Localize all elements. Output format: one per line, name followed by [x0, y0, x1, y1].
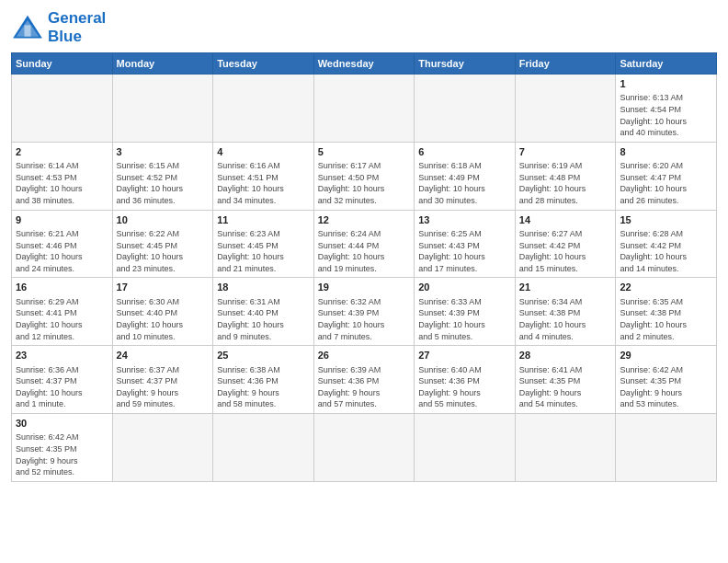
day-number: 17 — [117, 281, 210, 294]
calendar-cell — [313, 75, 415, 143]
day-number: 25 — [217, 349, 310, 362]
calendar-cell: 6Sunrise: 6:18 AM Sunset: 4:49 PM Daylig… — [415, 142, 516, 210]
day-info: Sunrise: 6:41 AM Sunset: 4:35 PM Dayligh… — [519, 364, 612, 410]
calendar-cell: 29Sunrise: 6:42 AM Sunset: 4:35 PM Dayli… — [616, 346, 717, 414]
weekday-header-sunday: Sunday — [12, 53, 113, 75]
day-info: Sunrise: 6:33 AM Sunset: 4:39 PM Dayligh… — [418, 296, 511, 342]
calendar-cell: 27Sunrise: 6:40 AM Sunset: 4:36 PM Dayli… — [415, 346, 516, 414]
day-number: 2 — [16, 145, 108, 159]
day-number: 4 — [217, 145, 310, 159]
day-number: 23 — [16, 349, 108, 362]
calendar-cell — [415, 75, 516, 143]
calendar-cell: 22Sunrise: 6:35 AM Sunset: 4:38 PM Dayli… — [616, 278, 717, 346]
day-info: Sunrise: 6:25 AM Sunset: 4:43 PM Dayligh… — [418, 228, 511, 274]
day-info: Sunrise: 6:17 AM Sunset: 4:50 PM Dayligh… — [318, 160, 411, 206]
day-number: 24 — [117, 349, 210, 362]
calendar-cell: 14Sunrise: 6:27 AM Sunset: 4:42 PM Dayli… — [515, 210, 616, 278]
calendar-cell: 15Sunrise: 6:28 AM Sunset: 4:42 PM Dayli… — [616, 210, 717, 278]
day-info: Sunrise: 6:30 AM Sunset: 4:40 PM Dayligh… — [117, 296, 210, 342]
day-info: Sunrise: 6:20 AM Sunset: 4:47 PM Dayligh… — [620, 160, 712, 206]
day-info: Sunrise: 6:39 AM Sunset: 4:36 PM Dayligh… — [318, 364, 411, 410]
day-info: Sunrise: 6:42 AM Sunset: 4:35 PM Dayligh… — [620, 364, 712, 410]
calendar-cell: 4Sunrise: 6:16 AM Sunset: 4:51 PM Daylig… — [213, 142, 314, 210]
day-number: 11 — [217, 213, 310, 227]
calendar-cell — [112, 75, 213, 143]
day-info: Sunrise: 6:13 AM Sunset: 4:54 PM Dayligh… — [620, 92, 712, 138]
calendar-cell: 23Sunrise: 6:36 AM Sunset: 4:37 PM Dayli… — [12, 346, 113, 414]
calendar-cell: 1Sunrise: 6:13 AM Sunset: 4:54 PM Daylig… — [616, 75, 717, 143]
weekday-header-saturday: Saturday — [616, 53, 717, 75]
weekday-header-wednesday: Wednesday — [313, 53, 415, 75]
day-info: Sunrise: 6:16 AM Sunset: 4:51 PM Dayligh… — [217, 160, 310, 206]
calendar-cell: 26Sunrise: 6:39 AM Sunset: 4:36 PM Dayli… — [313, 346, 415, 414]
calendar-cell — [616, 413, 717, 481]
calendar-cell: 17Sunrise: 6:30 AM Sunset: 4:40 PM Dayli… — [112, 278, 213, 346]
day-info: Sunrise: 6:38 AM Sunset: 4:36 PM Dayligh… — [217, 364, 310, 410]
weekday-header-friday: Friday — [515, 53, 616, 75]
calendar-cell: 28Sunrise: 6:41 AM Sunset: 4:35 PM Dayli… — [515, 346, 616, 414]
day-info: Sunrise: 6:29 AM Sunset: 4:41 PM Dayligh… — [16, 296, 108, 342]
week-row-5: 23Sunrise: 6:36 AM Sunset: 4:37 PM Dayli… — [12, 346, 717, 414]
calendar-cell: 3Sunrise: 6:15 AM Sunset: 4:52 PM Daylig… — [112, 142, 213, 210]
weekday-header-monday: Monday — [112, 53, 213, 75]
calendar-cell: 10Sunrise: 6:22 AM Sunset: 4:45 PM Dayli… — [112, 210, 213, 278]
calendar-cell: 18Sunrise: 6:31 AM Sunset: 4:40 PM Dayli… — [213, 278, 314, 346]
calendar-cell — [112, 413, 213, 481]
day-info: Sunrise: 6:32 AM Sunset: 4:39 PM Dayligh… — [318, 296, 411, 342]
calendar-cell: 12Sunrise: 6:24 AM Sunset: 4:44 PM Dayli… — [313, 210, 415, 278]
day-info: Sunrise: 6:36 AM Sunset: 4:37 PM Dayligh… — [16, 364, 108, 410]
day-info: Sunrise: 6:19 AM Sunset: 4:48 PM Dayligh… — [519, 160, 612, 206]
logo-text: General Blue — [48, 9, 106, 45]
calendar-cell: 16Sunrise: 6:29 AM Sunset: 4:41 PM Dayli… — [12, 278, 113, 346]
day-number: 14 — [519, 213, 612, 227]
calendar-cell: 13Sunrise: 6:25 AM Sunset: 4:43 PM Dayli… — [415, 210, 516, 278]
day-number: 9 — [16, 213, 108, 227]
day-info: Sunrise: 6:22 AM Sunset: 4:45 PM Dayligh… — [117, 228, 210, 274]
weekday-header-thursday: Thursday — [415, 53, 516, 75]
day-info: Sunrise: 6:15 AM Sunset: 4:52 PM Dayligh… — [117, 160, 210, 206]
day-number: 8 — [620, 145, 712, 159]
weekday-header-tuesday: Tuesday — [213, 53, 314, 75]
day-number: 30 — [16, 417, 108, 431]
day-number: 21 — [519, 281, 612, 294]
page: General Blue SundayMondayTuesdayWednesda… — [0, 0, 728, 563]
day-info: Sunrise: 6:34 AM Sunset: 4:38 PM Dayligh… — [519, 296, 612, 342]
logo-general: General — [48, 9, 106, 27]
calendar: SundayMondayTuesdayWednesdayThursdayFrid… — [11, 52, 717, 482]
day-info: Sunrise: 6:37 AM Sunset: 4:37 PM Dayligh… — [117, 364, 210, 410]
day-number: 27 — [418, 349, 511, 362]
day-number: 22 — [620, 281, 712, 294]
calendar-cell — [515, 413, 616, 481]
day-number: 15 — [620, 213, 712, 227]
day-number: 18 — [217, 281, 310, 294]
calendar-cell — [313, 413, 415, 481]
day-number: 6 — [418, 145, 511, 159]
day-number: 26 — [318, 349, 411, 362]
day-info: Sunrise: 6:14 AM Sunset: 4:53 PM Dayligh… — [16, 160, 108, 206]
week-row-3: 9Sunrise: 6:21 AM Sunset: 4:46 PM Daylig… — [12, 210, 717, 278]
day-number: 10 — [117, 213, 210, 227]
week-row-2: 2Sunrise: 6:14 AM Sunset: 4:53 PM Daylig… — [12, 142, 717, 210]
day-number: 12 — [318, 213, 411, 227]
calendar-cell — [213, 413, 314, 481]
day-info: Sunrise: 6:27 AM Sunset: 4:42 PM Dayligh… — [519, 228, 612, 274]
calendar-cell: 7Sunrise: 6:19 AM Sunset: 4:48 PM Daylig… — [515, 142, 616, 210]
day-info: Sunrise: 6:35 AM Sunset: 4:38 PM Dayligh… — [620, 296, 712, 342]
svg-rect-2 — [24, 25, 30, 36]
calendar-cell: 5Sunrise: 6:17 AM Sunset: 4:50 PM Daylig… — [313, 142, 415, 210]
day-number: 19 — [318, 281, 411, 294]
week-row-1: 1Sunrise: 6:13 AM Sunset: 4:54 PM Daylig… — [12, 75, 717, 143]
calendar-cell — [12, 75, 113, 143]
day-number: 20 — [418, 281, 511, 294]
calendar-cell: 24Sunrise: 6:37 AM Sunset: 4:37 PM Dayli… — [112, 346, 213, 414]
logo: General Blue — [11, 9, 106, 45]
logo-blue: Blue — [48, 28, 106, 46]
header: General Blue — [11, 9, 717, 45]
calendar-cell: 11Sunrise: 6:23 AM Sunset: 4:45 PM Dayli… — [213, 210, 314, 278]
calendar-cell: 8Sunrise: 6:20 AM Sunset: 4:47 PM Daylig… — [616, 142, 717, 210]
calendar-cell: 20Sunrise: 6:33 AM Sunset: 4:39 PM Dayli… — [415, 278, 516, 346]
day-info: Sunrise: 6:28 AM Sunset: 4:42 PM Dayligh… — [620, 228, 712, 274]
calendar-cell: 21Sunrise: 6:34 AM Sunset: 4:38 PM Dayli… — [515, 278, 616, 346]
calendar-cell: 25Sunrise: 6:38 AM Sunset: 4:36 PM Dayli… — [213, 346, 314, 414]
day-info: Sunrise: 6:31 AM Sunset: 4:40 PM Dayligh… — [217, 296, 310, 342]
